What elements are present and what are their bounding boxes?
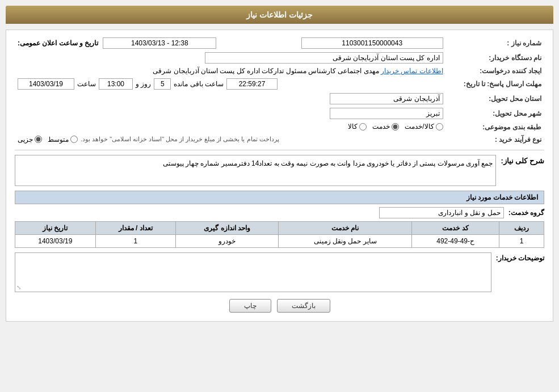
response-remaining: 22:59:27 <box>226 78 278 90</box>
print-button[interactable]: چاپ <box>229 299 271 313</box>
services-table-header-row: ردیف کد خدمت نام خدمت واحد اندازه گیری ت… <box>15 221 544 234</box>
need-description-value: جمع آوری مرسولات پستی از دفاتر یا خودروی… <box>15 155 496 186</box>
purchase-type-label: نوع فرآیند خرید : <box>446 134 544 145</box>
purchase-note: پرداخت تمام یا بخشی از مبلغ خریدار از مح… <box>81 136 279 143</box>
buttons-row: بازگشت چاپ <box>15 299 544 313</box>
category-row: طبقه بندی موضوعی: کالا/خدمت خدمت <box>15 121 544 134</box>
purchase-type-label-minor: جزیی <box>18 136 33 144</box>
creator-label: ایجاد کننده درخواست: <box>446 65 544 77</box>
service-group-value: حمل و نقل و انبارداری <box>379 207 504 218</box>
col-header-quantity: تعداد / مقدار <box>95 221 175 234</box>
response-deadline-label: مهلت ارسال پاسخ: تا تاریخ: <box>446 77 544 91</box>
category-label-service: خدمت <box>372 123 390 130</box>
category-option-goods: کالا <box>348 123 367 130</box>
buyer-notes-label: توضیحات خریدار: <box>496 252 544 262</box>
category-label-goods: کالا <box>348 123 358 130</box>
creator-value: مهدی اجتماعی کارشناس مسئول تدارکات اداره… <box>153 67 379 75</box>
response-remaining-label: ساعت باقی مانده <box>174 80 224 88</box>
category-label-goods-services: کالا/خدمت <box>405 123 434 130</box>
page-wrapper: جزئیات اطلاعات نیاز شماره نیاز : 1103001… <box>0 0 559 392</box>
category-radio-service[interactable] <box>392 123 399 130</box>
delivery-city-label: شهر محل تحویل: <box>446 106 544 121</box>
delivery-province-row: استان محل تحویل: آذربایجان شرقی <box>15 91 544 106</box>
category-radio-goods-services[interactable] <box>436 123 443 130</box>
response-deadline-row: مهلت ارسال پاسخ: تا تاریخ: 22:59:27 ساعت… <box>15 77 544 91</box>
col-header-code: کد خدمت <box>412 221 499 234</box>
divider-1 <box>15 150 544 150</box>
cell-quantity: 1 <box>95 234 175 247</box>
service-group-label: گروه خدمت: <box>508 209 544 217</box>
response-time: 13:00 <box>99 78 133 90</box>
announce-time-value: 1403/03/13 - 12:38 <box>103 37 216 49</box>
category-radio-group: کالا/خدمت خدمت کالا <box>348 123 443 130</box>
cell-row: 1 <box>499 234 544 247</box>
main-container: شماره نیاز : 1103001150000043 1403/03/13… <box>6 29 553 322</box>
delivery-province-label: استان محل تحویل: <box>446 91 544 106</box>
purchase-type-radio-medium[interactable] <box>70 136 78 143</box>
need-number-label: شماره نیاز : <box>446 36 544 50</box>
need-description-label: شرح کلی نیاز: <box>501 155 544 165</box>
services-section-header: اطلاعات خدمات مورد نیاز <box>15 191 544 204</box>
response-days: 5 <box>154 78 171 90</box>
category-option-goods-services: کالا/خدمت <box>405 123 443 130</box>
purchase-type-minor: جزیی <box>18 136 42 144</box>
creator-link[interactable]: اطلاعات تماس خریدار <box>381 67 443 75</box>
services-table: ردیف کد خدمت نام خدمت واحد اندازه گیری ت… <box>15 221 544 248</box>
creator-row: ایجاد کننده درخواست: اطلاعات تماس خریدار… <box>15 65 544 77</box>
buyer-notes-row: توضیحات خریدار: ⤡ <box>15 252 544 292</box>
purchase-type-radio-group: متوسط جزیی <box>18 136 78 144</box>
col-header-row: ردیف <box>499 221 544 234</box>
purchase-type-row: نوع فرآیند خرید : پرداخت تمام یا بخشی از… <box>15 134 544 145</box>
purchase-type-label-medium: متوسط <box>48 136 69 144</box>
delivery-city-row: شهر محل تحویل: تبریز <box>15 106 544 121</box>
buyer-org-row: نام دستگاه خریدار: اداره کل پست استان آذ… <box>15 50 544 65</box>
category-radio-goods[interactable] <box>359 123 367 130</box>
delivery-province-value: آذربایجان شرقی <box>330 93 443 104</box>
response-time-label: ساعت <box>77 80 96 88</box>
cell-name: سایر حمل ونقل زمینی <box>279 234 412 247</box>
back-button[interactable]: بازگشت <box>277 299 330 313</box>
response-days-label: روز و <box>136 80 151 88</box>
cell-unit: خودرو <box>175 234 278 247</box>
table-row: 1 ح-49-49-492 سایر حمل ونقل زمینی خودرو … <box>15 234 544 247</box>
need-number-value: 1103001150000043 <box>301 37 443 49</box>
col-header-unit: واحد اندازه گیری <box>175 221 278 234</box>
cell-code: ح-49-49-492 <box>412 234 499 247</box>
purchase-type-radio-minor[interactable] <box>35 136 42 143</box>
page-header: جزئیات اطلاعات نیاز <box>6 6 553 24</box>
service-group-row: گروه خدمت: حمل و نقل و انبارداری <box>15 207 544 218</box>
page-title: جزئیات اطلاعات نیاز <box>246 10 313 19</box>
resize-icon: ⤡ <box>16 284 21 290</box>
delivery-city-value: تبریز <box>330 108 443 119</box>
announce-time-label: تاریخ و ساعت اعلان عمومی: <box>18 39 98 47</box>
cell-date: 1403/03/19 <box>15 234 96 247</box>
buyer-org-label: نام دستگاه خریدار: <box>446 50 544 65</box>
col-header-date: تاریخ نیاز <box>15 221 96 234</box>
response-date: 1403/03/19 <box>18 78 74 90</box>
col-header-name: نام خدمت <box>279 221 412 234</box>
need-number-row: شماره نیاز : 1103001150000043 1403/03/13… <box>15 36 544 50</box>
buyer-notes-box: ⤡ <box>15 252 491 292</box>
category-label: طبقه بندی موضوعی: <box>446 121 544 134</box>
buyer-org-value: اداره کل پست استان آذربایجان شرقی <box>205 52 443 64</box>
info-table: شماره نیاز : 1103001150000043 1403/03/13… <box>15 36 544 145</box>
purchase-type-medium: متوسط <box>48 136 78 144</box>
category-option-service: خدمت <box>372 123 399 130</box>
